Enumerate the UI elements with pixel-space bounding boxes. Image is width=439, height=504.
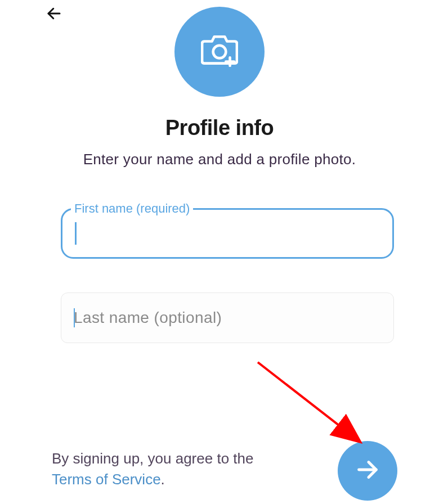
terms-suffix: . <box>161 471 165 488</box>
terms-notice: By signing up, you agree to the Terms of… <box>52 448 266 490</box>
page-title: Profile info <box>0 116 439 140</box>
next-button[interactable] <box>338 441 397 501</box>
terms-of-service-link[interactable]: Terms of Service <box>52 471 161 488</box>
back-button[interactable] <box>44 4 64 25</box>
page-subtitle: Enter your name and add a profile photo. <box>0 151 439 168</box>
arrow-right-icon <box>355 457 380 485</box>
add-profile-photo-button[interactable] <box>174 7 265 97</box>
last-name-field-wrapper <box>61 292 394 343</box>
svg-point-1 <box>213 46 226 58</box>
first-name-label: First name (required) <box>71 201 193 216</box>
terms-prefix: By signing up, you agree to the <box>52 450 253 467</box>
first-name-input[interactable] <box>77 224 380 242</box>
last-name-input-box[interactable] <box>61 292 394 343</box>
annotation-arrow-icon <box>253 358 383 453</box>
last-name-input[interactable] <box>74 309 381 327</box>
arrow-left-icon <box>46 5 62 24</box>
camera-add-icon <box>201 34 238 69</box>
first-name-field-wrapper: First name (required) <box>61 208 394 259</box>
svg-line-5 <box>258 362 359 441</box>
